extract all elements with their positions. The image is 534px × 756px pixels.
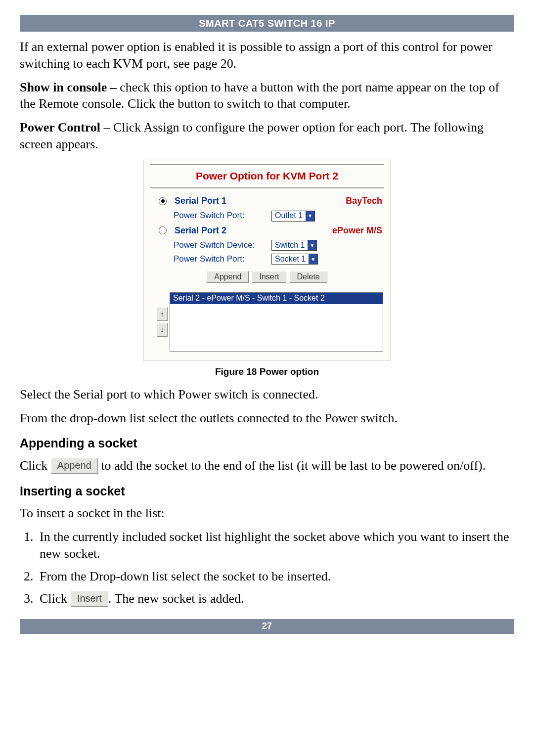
port2-psd-select[interactable]: Switch 1 ▼	[271, 240, 317, 251]
delete-button[interactable]: Delete	[289, 271, 327, 283]
page-footer-bar: 27	[20, 619, 514, 633]
serial-port-1-label: Serial Port 1	[175, 195, 341, 207]
inline-append-button: Append	[51, 458, 98, 474]
power-control-label: Power Control	[20, 120, 100, 134]
dialog-title: Power Option for KVM Port 2	[150, 166, 384, 188]
header-title: SMART CAT5 SWITCH 16 IP	[199, 18, 335, 29]
port1-psp-label: Power Switch Port:	[174, 210, 267, 221]
power-option-dialog: Power Option for KVM Port 2 Serial Port …	[143, 160, 391, 361]
socket-list-area: ↑ ↓ Serial 2 - ePower M/S - Switch 1 - S…	[150, 292, 384, 354]
append-text-post: to add the socket to the end of the list…	[101, 458, 486, 473]
socket-listbox[interactable]: Serial 2 - ePower M/S - Switch 1 - Socke…	[170, 292, 383, 352]
insert-step-3-post: . The new socket is added.	[108, 591, 244, 606]
reorder-arrows: ↑ ↓	[157, 292, 168, 352]
insert-step-2: From the Drop-down list select the socke…	[37, 568, 514, 585]
page-number: 27	[262, 621, 272, 631]
body-paragraph-4: Select the Serial port to which Power sw…	[20, 386, 514, 403]
append-paragraph: Click Append to add the socket to the en…	[20, 457, 514, 474]
serial-port-2-brand: ePower M/S	[332, 225, 382, 236]
dialog-container: Power Option for KVM Port 2 Serial Port …	[20, 160, 514, 361]
port2-psp-value: Socket 1	[272, 254, 309, 265]
port2-psp-label: Power Switch Port:	[174, 254, 267, 265]
dialog-button-row: Append Insert Delete	[150, 266, 384, 288]
port2-psd-value: Switch 1	[272, 240, 308, 251]
show-in-console-label: Show in console –	[20, 80, 117, 94]
body-paragraph-3: Power Control – Click Assign to configur…	[20, 119, 514, 153]
serial-port-1-brand: BayTech	[346, 195, 382, 207]
chevron-down-icon: ▼	[306, 211, 314, 221]
port1-power-switch-port-row: Power Switch Port: Outlet 1 ▼	[150, 209, 384, 222]
port1-psp-value: Outlet 1	[272, 211, 306, 221]
radio-serial-port-1[interactable]	[159, 197, 167, 205]
section-heading-appending: Appending a socket	[20, 435, 514, 451]
port2-power-switch-port-row: Power Switch Port: Socket 1 ▼	[150, 252, 384, 266]
append-button[interactable]: Append	[207, 271, 249, 283]
port1-psp-select[interactable]: Outlet 1 ▼	[271, 211, 315, 222]
serial-port-2-row[interactable]: Serial Port 2 ePower M/S	[150, 223, 384, 238]
list-item[interactable]: Serial 2 - ePower M/S - Switch 1 - Socke…	[170, 293, 383, 304]
insert-step-1: In the currently included socket list hi…	[37, 529, 514, 562]
insert-intro: To insert a socket in the list:	[20, 505, 514, 522]
port2-psd-label: Power Switch Device:	[174, 240, 267, 251]
move-up-button[interactable]: ↑	[157, 307, 168, 321]
inline-insert-button: Insert	[71, 591, 108, 607]
page-header-bar: SMART CAT5 SWITCH 16 IP	[20, 15, 514, 32]
serial-port-2-label: Serial Port 2	[175, 225, 327, 236]
chevron-down-icon: ▼	[308, 240, 316, 250]
body-paragraph-5: From the drop-down list select the outle…	[20, 410, 514, 427]
radio-serial-port-2[interactable]	[159, 226, 167, 234]
serial-port-1-row[interactable]: Serial Port 1 BayTech	[150, 193, 384, 209]
insert-step-3: Click Insert. The new socket is added.	[37, 590, 514, 607]
append-text-pre: Click	[20, 458, 51, 473]
insert-button[interactable]: Insert	[252, 271, 286, 283]
figure-caption: Figure 18 Power option	[20, 366, 514, 378]
chevron-down-icon: ▼	[309, 254, 317, 264]
move-down-button[interactable]: ↓	[157, 323, 168, 337]
port2-psp-select[interactable]: Socket 1 ▼	[271, 254, 318, 265]
insert-step-3-pre: Click	[40, 591, 71, 606]
dialog-top-divider	[150, 164, 384, 165]
insert-steps-list: In the currently included socket list hi…	[20, 529, 514, 607]
port2-power-switch-device-row: Power Switch Device: Switch 1 ▼	[150, 238, 384, 252]
section-heading-inserting: Inserting a socket	[20, 483, 514, 499]
body-paragraph-1: If an external power option is enabled i…	[20, 39, 514, 72]
body-paragraph-2: Show in console – check this option to h…	[20, 79, 514, 113]
